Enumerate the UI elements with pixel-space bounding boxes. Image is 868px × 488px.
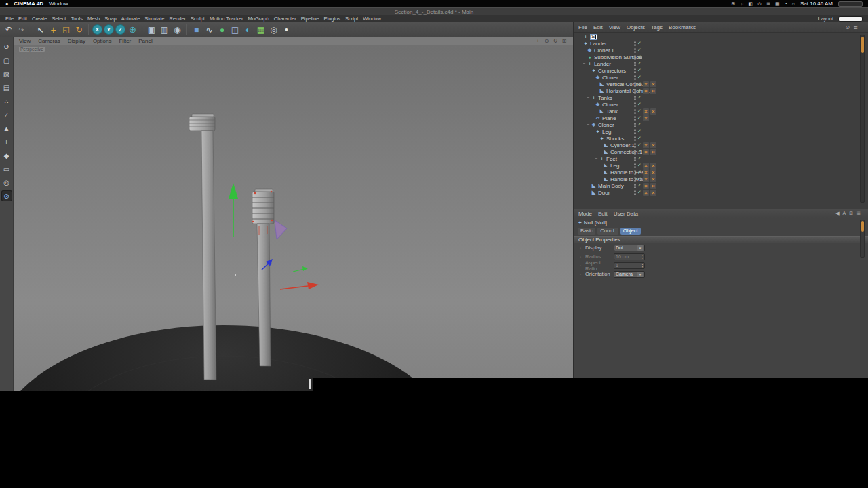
tag-icon[interactable]: ×	[650, 176, 656, 182]
object-properties-header[interactable]: Object Properties	[574, 236, 868, 243]
tag-icon[interactable]: ×	[643, 183, 649, 189]
add-spline-button[interactable]: ∿	[203, 24, 215, 35]
menu-bar-clock[interactable]: Sat 10:46 AM	[800, 1, 833, 7]
tag-icon[interactable]: ×	[643, 149, 649, 155]
enabled-check-icon[interactable]: ✓	[637, 102, 642, 107]
enabled-check-icon[interactable]: ✓	[637, 129, 642, 134]
enabled-check-icon[interactable]: ✓	[637, 61, 642, 66]
add-volume-button[interactable]: ●	[281, 24, 292, 35]
viewport-menu-cameras[interactable]: Cameras	[38, 38, 60, 44]
enabled-check-icon[interactable]: ✓	[637, 47, 642, 53]
visibility-dots[interactable]	[634, 41, 636, 46]
render-settings-button[interactable]: ◉	[172, 24, 183, 35]
filter-icon[interactable]: ≣	[853, 24, 858, 30]
enabled-check-icon[interactable]: ✓	[637, 149, 642, 155]
menu-mesh[interactable]: Mesh	[87, 16, 100, 22]
menu-script[interactable]: Script	[345, 16, 358, 22]
object-row-handle-to-feet[interactable]: ◣Handle to Feet✓××	[576, 169, 711, 176]
object-row-cloner[interactable]: −◈Cloner✓	[576, 121, 711, 128]
attribute-menu-edit[interactable]: Edit	[598, 211, 608, 217]
object-row-lander[interactable]: −+Lander✓	[576, 40, 711, 47]
tag-icon[interactable]: ×	[650, 142, 656, 148]
object-row-cloner-1[interactable]: ◈Cloner.1✓	[576, 47, 711, 54]
collapse-toggle-icon[interactable]: −	[593, 155, 599, 162]
visibility-dots[interactable]	[634, 163, 636, 168]
edges-mode-button[interactable]: ∕	[1, 109, 12, 120]
list-icon[interactable]: ≣	[856, 211, 861, 216]
keyframe-dot-icon[interactable]: ◦	[578, 246, 583, 250]
visibility-dots[interactable]	[634, 109, 636, 114]
panel-icon[interactable]: ⊞	[849, 211, 853, 216]
tag-icon[interactable]: ×	[643, 115, 649, 121]
object-row-tanks[interactable]: −+Tanks✓	[576, 94, 711, 101]
volume-icon[interactable]: ♫	[740, 1, 743, 6]
add-cube-button[interactable]: ■	[191, 24, 202, 35]
scrollbar-thumb[interactable]	[861, 37, 864, 53]
menu-snap[interactable]: Snap	[104, 16, 117, 22]
enabled-check-icon[interactable]: ✓	[637, 95, 642, 100]
visibility-dots[interactable]	[634, 96, 636, 100]
object-row-plane[interactable]: ▱Plane✓×	[576, 115, 711, 121]
enabled-check-icon[interactable]: ✓	[637, 81, 642, 87]
scale-tool[interactable]: ◱	[60, 24, 72, 35]
visibility-dots[interactable]	[634, 102, 636, 107]
attribute-menu-user-data[interactable]: User Data	[614, 211, 638, 217]
menu-animate[interactable]: Animate	[121, 16, 140, 22]
tag-icon[interactable]: ×	[650, 190, 656, 196]
menu-tools[interactable]: Tools	[71, 16, 83, 22]
move-tool[interactable]: +	[47, 24, 59, 35]
tag-icon[interactable]: ×	[643, 142, 649, 148]
enabled-check-icon[interactable]: ✓	[637, 54, 642, 60]
enabled-check-icon[interactable]: ✓	[637, 169, 642, 175]
object-row-door[interactable]: ◣Door✓××	[576, 189, 711, 196]
x-axis-lock-button[interactable]: X	[92, 24, 102, 35]
menu-simulate[interactable]: Simulate	[144, 16, 164, 22]
menu-character[interactable]: Character	[274, 16, 296, 22]
visibility-dots[interactable]	[634, 75, 636, 80]
menu-render[interactable]: Render	[170, 16, 186, 22]
tag-icon[interactable]: ×	[643, 190, 649, 196]
visibility-dots[interactable]	[634, 184, 636, 188]
object-manager-menu-file[interactable]: File	[578, 24, 587, 30]
object-row-cylinder-1[interactable]: ◣Cylinder.1✓××	[576, 142, 711, 148]
rotate-tool[interactable]: ↻	[73, 24, 85, 35]
add-subdivision-surface-button[interactable]: ●	[216, 24, 228, 35]
enabled-check-icon[interactable]: ✓	[637, 68, 642, 73]
object-manager-menu-tags[interactable]: Tags	[651, 24, 663, 30]
enabled-check-icon[interactable]: ✓	[637, 183, 642, 188]
attribute-menu-mode[interactable]: Mode	[578, 211, 592, 217]
object-row-cloner[interactable]: −◈Cloner✓	[576, 101, 711, 108]
visibility-dots[interactable]	[634, 55, 636, 60]
keyframe-dot-icon[interactable]: ◦	[578, 255, 583, 259]
visibility-dots[interactable]	[634, 82, 636, 87]
keyboard-icon[interactable]: ⊞	[731, 1, 735, 7]
workplane-toggle-button[interactable]: ▭	[1, 163, 12, 174]
viewport-menu-display[interactable]: Display	[68, 38, 85, 44]
wifi-icon[interactable]: ▦	[775, 1, 780, 7]
display-icon[interactable]: ◧	[749, 1, 753, 7]
tag-icon[interactable]: ×	[643, 176, 649, 182]
spotlight-icon[interactable]: ≣	[766, 1, 770, 7]
add-paint-button[interactable]: ▦	[255, 24, 267, 35]
tag-icon[interactable]: ×	[650, 183, 656, 189]
enabled-check-icon[interactable]: ✓	[637, 108, 642, 114]
viewport-menu-filter[interactable]: Filter	[119, 38, 131, 44]
menu-sculpt[interactable]: Sculpt	[191, 16, 205, 22]
collapse-toggle-icon[interactable]: −	[581, 60, 587, 67]
visibility-dots[interactable]	[634, 150, 636, 155]
render-view-button[interactable]: ▣	[146, 24, 157, 35]
add-array-button[interactable]: ◫	[229, 24, 241, 35]
object-rename-row[interactable]: +S	[576, 33, 711, 40]
coordinate-system-button[interactable]: ⊕	[127, 24, 138, 35]
visibility-dots[interactable]	[634, 68, 636, 73]
tab-basic[interactable]: Basic	[578, 228, 595, 235]
object-row-connectors[interactable]: −+Connectors✓	[576, 67, 711, 74]
spinner-arrows-icon[interactable]: ▴▾	[642, 254, 643, 260]
y-axis-lock-button[interactable]: Y	[104, 24, 114, 35]
layout-dropdown[interactable]	[838, 16, 863, 22]
object-row-lander[interactable]: −+Lander✓	[576, 60, 711, 67]
menu-motion-tracker[interactable]: Motion Tracker	[210, 16, 243, 22]
collapse-toggle-icon[interactable]: −	[585, 94, 591, 101]
make-editable-button[interactable]: ↺	[1, 41, 12, 52]
spinner-arrows-icon[interactable]: ▴▾	[642, 263, 643, 268]
